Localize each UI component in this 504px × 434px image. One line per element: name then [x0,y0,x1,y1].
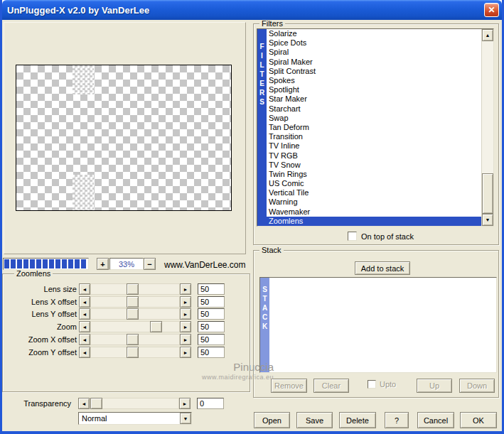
lens-size-right-arrow-icon[interactable]: ► [180,283,191,295]
on-top-of-stack-row: On top of stack [348,232,414,241]
blend-mode-dropdown[interactable]: Normal ▼ [78,412,192,425]
zoom-x-slider-track[interactable] [90,334,180,345]
zoom-y-offset-label: Zoom Y offset [3,348,77,357]
filter-item[interactable]: Starchart [267,104,481,114]
zoom-x-value-input[interactable] [198,334,225,345]
lens-size-slider-track[interactable] [90,283,180,295]
transparency-slider-row: Transparency ◄ ► [2,398,502,409]
cancel-button[interactable]: Cancel [417,412,454,428]
remove-button[interactable]: Remove [271,379,307,393]
upto-checkbox[interactable] [368,380,376,389]
filter-item[interactable]: Spiral [267,48,481,57]
transparency-label: Transparency [2,399,71,408]
lens-y-value-input[interactable] [198,308,225,320]
filter-item[interactable]: TV RGB [267,151,481,160]
preview-artifact-top [73,65,94,94]
filter-item[interactable]: Twin Rings [267,170,481,179]
preview-image[interactable] [16,65,232,211]
filter-item[interactable]: Spiral Maker [267,58,481,67]
filter-item[interactable]: Tan Deform [267,123,481,132]
filter-item[interactable]: Vertical Tile [267,188,481,197]
help-button[interactable]: ? [385,412,409,428]
filter-item[interactable]: Transition [267,132,481,141]
filter-item[interactable]: Solarize [267,29,481,38]
lens-size-slider-thumb[interactable] [127,283,139,295]
filter-item[interactable]: US Comic [267,179,481,188]
lens-x-right-arrow-icon[interactable]: ► [180,296,191,308]
scrollbar-up-arrow-icon[interactable]: ▲ [482,29,493,41]
zoom-y-slider-thumb[interactable] [127,347,139,358]
lens-x-offset-slider-row: Lens X offset ◄ ► [3,296,250,308]
open-button[interactable]: Open [254,412,290,428]
zoom-y-right-arrow-icon[interactable]: ► [180,347,191,358]
filter-item[interactable]: Split Contrast [267,67,481,76]
transparency-right-arrow-icon[interactable]: ► [179,398,191,409]
zoom-left-arrow-icon[interactable]: ◄ [79,321,90,332]
save-button[interactable]: Save [296,412,333,428]
lens-x-slider-thumb[interactable] [127,296,139,308]
blend-mode-value: Normal [79,414,180,423]
zoom-y-value-input[interactable] [198,347,225,358]
transparency-slider-thumb[interactable] [90,398,102,409]
filter-item-selected[interactable]: Zoomlens [267,217,481,226]
filters-scrollbar[interactable]: ▲ ▼ [481,29,493,226]
zoom-x-slider-thumb[interactable] [127,334,139,345]
zoom-right-arrow-icon[interactable]: ► [180,321,191,332]
lens-x-value-input[interactable] [198,296,225,308]
zoom-out-button[interactable]: − [144,258,156,270]
filter-item[interactable]: Star Maker [267,94,481,104]
scrollbar-down-arrow-icon[interactable]: ▼ [482,214,493,226]
lens-size-value-input[interactable] [198,283,225,295]
filter-item[interactable]: TV Snow [267,161,481,170]
transparency-left-arrow-icon[interactable]: ◄ [78,398,90,409]
scrollbar-thumb[interactable] [482,173,493,214]
zoom-x-right-arrow-icon[interactable]: ► [180,334,191,345]
zoom-y-slider-track[interactable] [90,347,180,358]
filters-group-label: Filters [259,20,285,28]
filter-item[interactable]: Wavemaker [267,207,481,217]
lens-x-left-arrow-icon[interactable]: ◄ [79,296,90,308]
filter-item[interactable]: Spokes [267,76,481,85]
zoom-slider-thumb[interactable] [150,321,162,332]
clear-button[interactable]: Clear [313,379,349,393]
filter-item[interactable]: Spice Dots [267,38,481,48]
transparency-slider-track[interactable] [90,398,179,409]
zoom-x-offset-slider-row: Zoom X offset ◄ ► [3,334,250,345]
filter-item[interactable]: Spotlight [267,85,481,94]
stack-vertical-banner: S T A C K [260,278,269,372]
lens-y-offset-label: Lens Y offset [3,310,77,318]
zoom-slider-row: Zoom ◄ ► [3,321,250,332]
stack-group-label: Stack [259,246,284,254]
zoom-slider-track[interactable] [90,321,180,332]
preview-artifact-bottom [73,175,94,210]
stack-list[interactable] [269,278,496,372]
filters-list: Solarize Spice Dots Spiral Spiral Maker … [267,29,481,226]
zoom-value-input[interactable] [198,321,225,332]
transparency-value-input[interactable] [197,398,224,409]
add-to-stack-button[interactable]: Add to stack [355,261,410,275]
lens-x-slider-track[interactable] [90,296,180,308]
delete-button[interactable]: Delete [339,412,376,428]
filter-item[interactable]: TV Inline [267,141,481,151]
filter-item[interactable]: Swap [267,114,481,123]
lens-size-label: Lens size [3,285,77,293]
zoomlens-group: Zoomlens Lens size ◄ ► Lens X offset ◄ ►… [2,273,250,392]
zoom-y-left-arrow-icon[interactable]: ◄ [79,347,90,358]
dropdown-arrow-icon[interactable]: ▼ [180,413,191,424]
close-button[interactable]: ✕ [484,3,499,17]
lens-y-left-arrow-icon[interactable]: ◄ [79,308,90,320]
filter-item[interactable]: Warning [267,197,481,207]
lens-y-right-arrow-icon[interactable]: ► [180,308,191,320]
lens-y-slider-track[interactable] [90,308,180,320]
zoom-in-button[interactable]: + [97,258,109,270]
filters-list-container: F I L T E R S Solarize Spice Dots Spiral… [257,28,494,227]
on-top-of-stack-checkbox[interactable] [348,232,357,241]
ok-button[interactable]: OK [460,412,497,428]
down-button[interactable]: Down [459,379,495,393]
lens-size-left-arrow-icon[interactable]: ◄ [79,283,90,295]
up-button[interactable]: Up [417,379,452,393]
filters-vertical-banner: F I L T E R S [257,29,267,226]
zoom-x-left-arrow-icon[interactable]: ◄ [79,334,90,345]
zoom-label: Zoom [3,322,77,331]
lens-y-slider-thumb[interactable] [127,308,139,320]
